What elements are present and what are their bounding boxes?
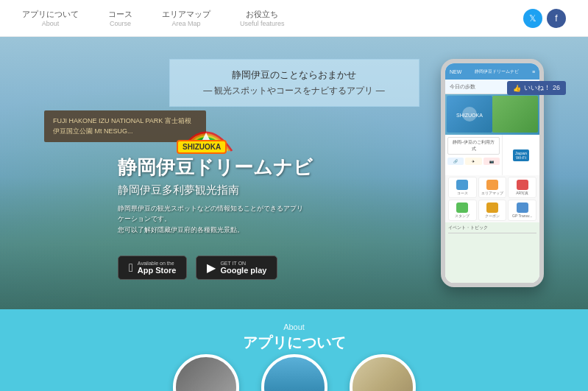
facebook-icon: f <box>555 13 557 24</box>
google-play-button[interactable]: ▶ GET IT ON Google play <box>196 256 277 280</box>
phone-thumb-right <box>492 96 538 133</box>
google-icon: ▶ <box>207 261 216 275</box>
app-desc-2: 您可以了解好隱藏伊豆府的各種觀光景點。 <box>118 226 244 233</box>
nav-useful-jp: お役立ち <box>240 9 285 20</box>
store-buttons:  Available on the App Store ▶ GET IT ON… <box>118 256 277 280</box>
phone-option-3: 📷 <box>483 158 500 165</box>
phone-status-bar: NEW 静岡伊豆ドリームナビ ≡ <box>445 63 539 80</box>
phone-menu-gp-label: GP Transv... <box>512 214 532 218</box>
phone-menu-areamap-icon <box>486 180 498 190</box>
app-title-area: 静岡伊豆ドリームナビ 静岡伊豆多利夢観光指南 静岡県伊豆の観光スポットなどの情報… <box>118 155 313 235</box>
svg-text:SHIZUOKA: SHIZUOKA <box>456 113 483 118</box>
phone-access-options: 🔗 ✈ 📷 <box>447 158 500 165</box>
phone-menu-gp: GP Transv... <box>508 200 536 221</box>
phone-mid-left: 静岡~伊豆のご利用方式 🔗 ✈ 📷 <box>445 135 503 175</box>
phone-thumb-left-svg: SHIZUOKA <box>455 103 484 125</box>
nav-about-jp: アプリについて <box>22 9 79 20</box>
phone-middle-section: 静岡~伊豆のご利用方式 🔗 ✈ 📷 JapanWi-Fi <box>445 135 539 175</box>
phone-menu-ar: AR写真 <box>508 177 536 198</box>
phone-menu-stamp: スタンプ <box>448 200 477 221</box>
app-title-sub: 静岡伊豆多利夢観光指南 <box>118 183 313 197</box>
apple-store-label-small: Available on the <box>138 261 177 266</box>
phone-access-label: 静岡~伊豆のご利用方式 <box>447 137 500 155</box>
phone-menu-areamap: エリアマップ <box>478 177 507 198</box>
app-title-main: 静岡伊豆ドリームナビ <box>118 155 313 180</box>
about-circle-2 <box>261 354 327 391</box>
nav-about-en: About <box>22 20 79 27</box>
app-description: 静岡県伊豆の観光スポットなどの情報知ることができるアプリケーションです。 您可以… <box>118 203 309 235</box>
nav-course-en: Course <box>108 20 132 27</box>
about-circle-3 <box>350 354 416 391</box>
social-links: 𝕏 f <box>523 9 566 28</box>
phone-app-title-text: 静岡伊豆ドリームナビ <box>475 68 519 75</box>
apple-store-label-main: App Store <box>138 266 177 275</box>
phone-menu-coupon-icon <box>486 202 498 213</box>
phone-menu-grid: コース エリアマップ AR写真 スタンプ クーポン <box>445 175 539 222</box>
about-label: About <box>283 323 305 331</box>
apple-icon:  <box>129 261 133 275</box>
about-circles <box>173 354 416 391</box>
shizuoka-badge: SHIZUOKA <box>177 140 227 154</box>
hero-text-panel: 静岡伊豆のことならおまかせ ― 観光スポットやコースをナビするアプリ ― <box>169 59 419 107</box>
about-section: About アプリについて <box>0 309 588 391</box>
nav-useful-en: Useful features <box>240 20 285 27</box>
phone-wifi-badge: JapanWi-Fi <box>513 149 529 161</box>
app-desc-1: 静岡県伊豆の観光スポットなどの情報知ることができるアプリケーションです。 <box>118 205 303 222</box>
nav-course-jp: コース <box>108 9 132 20</box>
phone-event-label: イベント・トピック <box>448 225 536 233</box>
nav-course[interactable]: コース Course <box>108 9 132 27</box>
twitter-button[interactable]: 𝕏 <box>523 9 542 28</box>
phone-option-2: ✈ <box>465 158 481 165</box>
apple-store-button[interactable]:  Available on the App Store <box>118 256 187 280</box>
google-store-label-small: GET IT ON <box>220 261 266 266</box>
facebook-button[interactable]: f <box>547 9 566 28</box>
phone-option-1: 🔗 <box>447 158 464 165</box>
phone-menu-course-label: コース <box>457 191 468 195</box>
phone-menu-stamp-icon <box>456 202 468 213</box>
hero-main-text: 静岡伊豆のことならおまかせ <box>199 68 389 82</box>
main-nav: アプリについて About コース Course エリアマップ Area Map… <box>22 9 285 27</box>
fb-like-button[interactable]: 👍 いいね！ 26 <box>507 81 566 95</box>
phone-menu-course-icon <box>456 180 468 190</box>
phone-menu-ar-label: AR写真 <box>516 191 528 195</box>
phone-mid-right: JapanWi-Fi <box>503 135 539 175</box>
google-store-text: GET IT ON Google play <box>220 261 266 275</box>
phone-menu-coupon-label: クーポン <box>485 214 500 218</box>
phone-bottom-section: イベント・トピック <box>445 222 539 283</box>
phone-new-badge: NEW <box>450 69 461 74</box>
hero-sub-text: ― 観光スポットやコースをナビするアプリ ― <box>199 85 389 97</box>
phone-menu-course: コース <box>448 177 477 198</box>
phone-thumb-left: SHIZUOKA <box>447 96 492 133</box>
phone-steps-label: 今日の歩数 <box>450 83 475 91</box>
phone-image-row: SHIZUOKA <box>445 94 539 135</box>
phone-menu-coupon: クーポン <box>478 200 507 221</box>
nav-useful[interactable]: お役立ち Useful features <box>240 9 285 27</box>
about-circle-1 <box>173 354 239 391</box>
hero-section: 静岡伊豆のことならおまかせ ― 観光スポットやコースをナビするアプリ ― FUJ… <box>0 37 588 309</box>
fb-like-count: いいね！ 26 <box>524 83 560 93</box>
apple-store-text: Available on the App Store <box>138 261 177 275</box>
twitter-icon: 𝕏 <box>529 13 536 24</box>
nav-areamap-jp: エリアマップ <box>162 9 210 20</box>
nav-about[interactable]: アプリについて About <box>22 9 79 27</box>
fb-like-icon: 👍 <box>513 85 521 92</box>
phone-menu-ar-icon <box>517 180 528 190</box>
phone-screen: NEW 静岡伊豆ドリームナビ ≡ 今日の歩数 1,821 歩 SHIZUOKA <box>445 63 539 283</box>
nav-areamap[interactable]: エリアマップ Area Map <box>162 9 210 27</box>
google-store-label-main: Google play <box>220 266 266 275</box>
phone-menu-stamp-label: スタンプ <box>455 214 470 218</box>
phone-menu-areamap-label: エリアマップ <box>481 191 503 195</box>
nav-areamap-en: Area Map <box>162 20 210 27</box>
phone-menu-icon: ≡ <box>532 69 535 74</box>
about-title: アプリについて <box>243 333 346 353</box>
header: アプリについて About コース Course エリアマップ Area Map… <box>0 0 588 37</box>
phone-menu-gp-icon <box>517 202 528 213</box>
